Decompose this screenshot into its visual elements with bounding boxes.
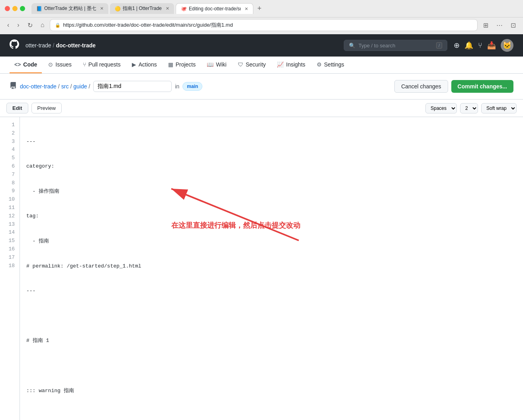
preview-tab[interactable]: Preview (31, 103, 62, 113)
code-editor[interactable]: 1 2 3 4 5 6 7 8 9 10 11 12 13 14 15 16 1 (0, 117, 523, 420)
nav-label-wiki: Wiki (216, 61, 226, 68)
line-num-18: 18 (6, 262, 15, 270)
line-num-3: 3 (6, 138, 15, 146)
line-num-16: 16 (6, 245, 15, 254)
extensions-button[interactable]: ⊞ (481, 21, 491, 30)
line-num-1: 1 (6, 121, 15, 129)
line-num-5: 5 (6, 154, 15, 162)
issues-icon: ⊙ (48, 61, 53, 68)
breadcrumb-owner[interactable]: otter-trade (25, 42, 51, 49)
pull-request-icon[interactable]: ⑂ (478, 41, 482, 50)
code-line-12 (26, 412, 517, 420)
code-line-3: - 操作指南 (26, 188, 517, 196)
breadcrumb-repo[interactable]: doc-otter-trade (56, 42, 96, 49)
line-num-7: 7 (6, 171, 15, 179)
github-logo[interactable] (10, 39, 19, 51)
forward-button[interactable]: › (15, 21, 22, 29)
minimize-button[interactable] (12, 6, 18, 11)
indent-size-select[interactable]: 2 4 (460, 103, 478, 113)
browser-tab-1[interactable]: 📘 OtterTrade 文档站 | 墨七 ✕ (31, 3, 108, 14)
code-line-2: category: (26, 162, 517, 171)
nav-item-wiki[interactable]: 📖 Wiki (202, 57, 231, 73)
file-breadcrumb: doc-otter-trade / src / guide / (20, 83, 90, 90)
browser-tab-3[interactable]: 🐙 Editing doc-otter-trade/src/gu... ✕ (176, 3, 253, 14)
breadcrumb-src-link[interactable]: src (61, 83, 69, 90)
line-num-4: 4 (6, 146, 15, 154)
commit-changes-button[interactable]: Commit changes... (451, 80, 513, 93)
nav-label-settings: Settings (324, 61, 345, 68)
inbox-icon[interactable]: 📥 (487, 41, 496, 50)
repo-icon (10, 82, 17, 91)
github-header: otter-trade / doc-otter-trade 🔍 Type / t… (0, 34, 523, 57)
nav-label-actions: Actions (139, 61, 157, 68)
nav-label-projects: Projects (176, 61, 196, 68)
reload-button[interactable]: ↻ (25, 21, 35, 30)
settings-icon: ⚙ (317, 61, 322, 68)
browser-tab-2[interactable]: 🟡 指南1 | OtterTrade ✕ (110, 3, 174, 14)
create-icon[interactable]: ⊕ (454, 41, 460, 50)
home-button[interactable]: ⌂ (38, 21, 47, 29)
new-tab-button[interactable]: + (255, 3, 264, 14)
branch-badge: main (182, 82, 202, 91)
nav-item-projects[interactable]: ▦ Projects (163, 57, 201, 73)
in-label: in (175, 83, 179, 90)
maximize-button[interactable] (20, 6, 25, 11)
breadcrumb-repo-link[interactable]: doc-otter-trade (20, 83, 57, 90)
line-num-9: 9 (6, 187, 15, 195)
code-line-1: --- (26, 138, 517, 146)
pr-icon: ⑂ (83, 61, 86, 68)
search-placeholder: Type / to search (358, 43, 433, 49)
line-numbers: 1 2 3 4 5 6 7 8 9 10 11 12 13 14 15 16 1 (0, 117, 20, 420)
cancel-changes-button[interactable]: Cancel changes (394, 80, 448, 93)
header-actions: Cancel changes Commit changes... (394, 80, 513, 93)
code-line-10 (26, 362, 517, 370)
sidebar-toggle[interactable]: ⊡ (508, 21, 518, 30)
breadcrumb-guide-link[interactable]: guide (73, 83, 87, 90)
nav-label-code: Code (23, 61, 37, 68)
nav-label-security: Security (246, 61, 266, 68)
close-tab-2[interactable]: ✕ (166, 6, 169, 11)
nav-item-security[interactable]: 🛡 Security (233, 57, 271, 73)
insights-icon: 📈 (277, 61, 284, 68)
avatar[interactable]: 🐱 (501, 39, 513, 52)
line-num-2: 2 (6, 129, 15, 138)
editor-options: Spaces Tabs 2 4 Soft wrap No wrap (425, 103, 517, 113)
code-icon: <> (14, 61, 21, 68)
nav-item-settings[interactable]: ⚙ Settings (312, 57, 349, 73)
browser-tabs: 📘 OtterTrade 文档站 | 墨七 ✕ 🟡 指南1 | OtterTra… (31, 3, 518, 14)
close-tab-3[interactable]: ✕ (245, 6, 248, 12)
close-button[interactable] (5, 6, 10, 11)
github-search[interactable]: 🔍 Type / to search / (344, 40, 447, 51)
nav-item-pullrequests[interactable]: ⑂ Pull requests (78, 57, 125, 73)
wiki-icon: 📖 (207, 61, 214, 68)
github-nav: <> Code ⊙ Issues ⑂ Pull requests ▶ Actio… (0, 57, 523, 74)
editor-toolbar: Edit Preview Spaces Tabs 2 4 Soft wrap N… (0, 100, 523, 117)
github-breadcrumb: otter-trade / doc-otter-trade (25, 42, 96, 49)
code-content[interactable]: --- category: - 操作指南 tag: - 指南 # permali… (20, 117, 523, 420)
line-num-6: 6 (6, 162, 15, 171)
edit-tab[interactable]: Edit (6, 103, 28, 113)
projects-icon: ▦ (168, 61, 173, 68)
browser-chrome: 📘 OtterTrade 文档站 | 墨七 ✕ 🟡 指南1 | OtterTra… (0, 0, 523, 18)
line-num-8: 8 (6, 179, 15, 188)
nav-item-code[interactable]: <> Code (10, 57, 42, 73)
line-num-14: 14 (6, 229, 15, 237)
editor-header: doc-otter-trade / src / guide / in main … (0, 74, 523, 100)
notifications-icon[interactable]: 🔔 (464, 41, 473, 50)
github-page: otter-trade / doc-otter-trade 🔍 Type / t… (0, 34, 523, 420)
filename-input[interactable] (93, 81, 172, 92)
address-bar[interactable]: 🔒 https://github.com/otter-trade/doc-ott… (50, 19, 478, 31)
back-button[interactable]: ‹ (5, 21, 12, 29)
more-button[interactable]: ⋯ (494, 21, 505, 30)
nav-item-issues[interactable]: ⊙ Issues (43, 57, 76, 73)
github-header-icons: ⊕ 🔔 ⑂ 📥 🐱 (454, 39, 513, 52)
line-num-12: 12 (6, 212, 15, 221)
nav-item-actions[interactable]: ▶ Actions (127, 57, 162, 73)
soft-wrap-select[interactable]: Soft wrap No wrap (481, 103, 517, 113)
search-icon: 🔍 (349, 43, 355, 49)
lock-icon: 🔒 (55, 23, 61, 28)
nav-item-insights[interactable]: 📈 Insights (272, 57, 310, 73)
close-tab-1[interactable]: ✕ (100, 6, 104, 11)
spaces-select[interactable]: Spaces Tabs (425, 103, 457, 113)
nav-label-insights: Insights (286, 61, 305, 68)
